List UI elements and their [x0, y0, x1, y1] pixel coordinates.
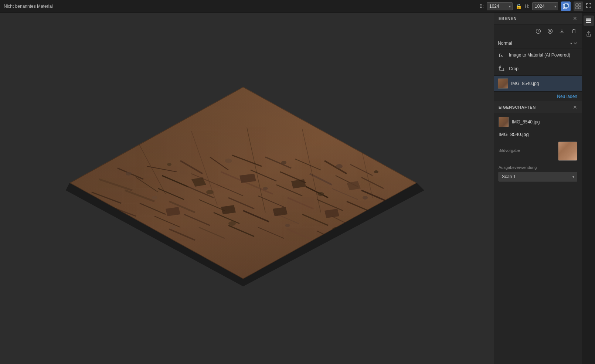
far-right-share-button[interactable]: [584, 29, 594, 39]
layers-close-button[interactable]: ✕: [573, 16, 577, 21]
height-select[interactable]: 1024 512 2048: [532, 2, 558, 10]
prop-filename-large: IMG_8540.jpg: [499, 132, 529, 137]
prop-filename-small: IMG_8540.jpg: [512, 119, 540, 125]
expand-icon: [586, 3, 591, 8]
layer-crop-label: Crop: [509, 66, 578, 71]
layers-panel-header: EBENEN ✕: [494, 13, 582, 24]
blend-mode-row: Normal Multiply Screen Overlay: [494, 38, 582, 48]
layer-item-image[interactable]: IMG_8540.jpg: [494, 76, 582, 92]
3d-preview: [118, 83, 376, 305]
bildvorgabe-thumbnail: [558, 142, 577, 161]
svg-text:fx: fx: [499, 52, 503, 58]
height-label: H:: [525, 4, 529, 9]
chevron-down-icon: [573, 41, 578, 46]
svg-rect-7: [576, 7, 578, 9]
toolbar-clear-button[interactable]: [545, 27, 554, 35]
layers-toolbar: [494, 24, 582, 38]
reset-icon: [536, 28, 541, 34]
ausgabe-select[interactable]: Scan 1Scan 2Scan 3: [499, 172, 577, 181]
layers-panel-title: EBENEN: [499, 16, 517, 21]
svg-rect-5: [576, 4, 578, 6]
crop-icon: [498, 65, 506, 73]
svg-rect-110: [586, 18, 591, 20]
prop-filename-row: IMG_8540.jpg: [499, 132, 577, 137]
properties-section: EIGENSCHAFTEN ✕ IMG_8540.jpg IMG_8540.jp…: [494, 101, 582, 364]
clear-icon: [547, 28, 553, 34]
reload-link[interactable]: Neu laden: [494, 92, 582, 101]
ausgabe-section: Ausgabeverwendung Scan 1Scan 2Scan 3: [499, 165, 577, 181]
far-right-strip: [582, 13, 595, 364]
top-bar: Nicht benanntes Material B: 1024 512 204…: [0, 0, 595, 13]
top-bar-controls: B: 1024 512 2048 🔒 H: 1024 512 2048: [480, 1, 591, 11]
view-2d-button[interactable]: [574, 1, 583, 11]
layers-icon: [585, 17, 592, 24]
properties-panel-header: EIGENSCHAFTEN ✕: [494, 101, 582, 113]
bildvorgabe-label: Bildvorgabe: [499, 148, 520, 153]
layer-fx-label: Image to Material (AI Powered): [509, 52, 578, 58]
texture-layer-1: [62, 65, 432, 323]
viewport[interactable]: 6,784 ms: [0, 13, 494, 364]
grid-2d-icon: [575, 3, 581, 9]
properties-panel-title: EIGENSCHAFTEN: [499, 105, 536, 109]
properties-content: IMG_8540.jpg IMG_8540.jpg Bildvorgabe: [494, 113, 582, 364]
svg-rect-112: [586, 22, 591, 23]
fx-icon: fx: [498, 51, 506, 59]
layers-header-actions: ✕: [573, 16, 577, 21]
svg-rect-6: [579, 4, 581, 6]
view-3d-button[interactable]: [561, 1, 571, 11]
svg-rect-8: [579, 7, 581, 9]
toolbar-reset-button[interactable]: [534, 27, 543, 35]
layer-thumbnail: [498, 78, 508, 89]
canvas-area: [0, 13, 494, 364]
bildvorgabe-row: Bildvorgabe: [499, 142, 577, 161]
layer-item-crop[interactable]: Crop: [494, 62, 582, 76]
cube-3d-icon: [563, 3, 569, 9]
fx-letter-icon: fx: [499, 52, 505, 58]
export-icon: [559, 28, 565, 34]
properties-close-button[interactable]: ✕: [573, 105, 577, 110]
svg-marker-92: [69, 87, 417, 279]
height-select-wrapper: 1024 512 2048: [532, 2, 558, 10]
right-panel: EBENEN ✕: [494, 13, 582, 364]
ausgabe-label: Ausgabeverwendung: [499, 165, 577, 170]
share-icon: [586, 31, 592, 37]
expand-button[interactable]: [586, 3, 591, 9]
texture-preview-svg: [62, 65, 432, 323]
width-select-wrapper: 1024 512 2048: [487, 2, 513, 10]
bildvorgabe-section: Bildvorgabe: [499, 142, 577, 161]
ausgabe-select-wrapper: Scan 1Scan 2Scan 3: [499, 172, 577, 181]
prop-thumbnail-small: [499, 117, 509, 127]
toolbar-export-button[interactable]: [557, 27, 566, 35]
lock-icon: 🔒: [516, 3, 522, 9]
main-content: 6,784 ms: [0, 13, 595, 364]
prop-file-row: IMG_8540.jpg: [499, 117, 577, 127]
delete-icon: [571, 28, 577, 34]
width-label: B:: [480, 4, 484, 9]
toolbar-delete-button[interactable]: [569, 27, 578, 35]
width-select[interactable]: 1024 512 2048: [487, 2, 513, 10]
window-title: Nicht benanntes Material: [4, 4, 480, 9]
far-right-layers-button[interactable]: [584, 16, 594, 26]
blend-mode-select[interactable]: Normal Multiply Screen Overlay: [498, 41, 573, 46]
svg-rect-111: [586, 20, 591, 21]
layer-item-fx[interactable]: fx Image to Material (AI Powered): [494, 48, 582, 62]
layers-section: EBENEN ✕: [494, 13, 582, 101]
layer-image-label: IMG_8540.jpg: [511, 81, 578, 86]
crop-tool-icon: [499, 65, 505, 72]
blend-select-wrapper: Normal Multiply Screen Overlay: [498, 40, 573, 46]
